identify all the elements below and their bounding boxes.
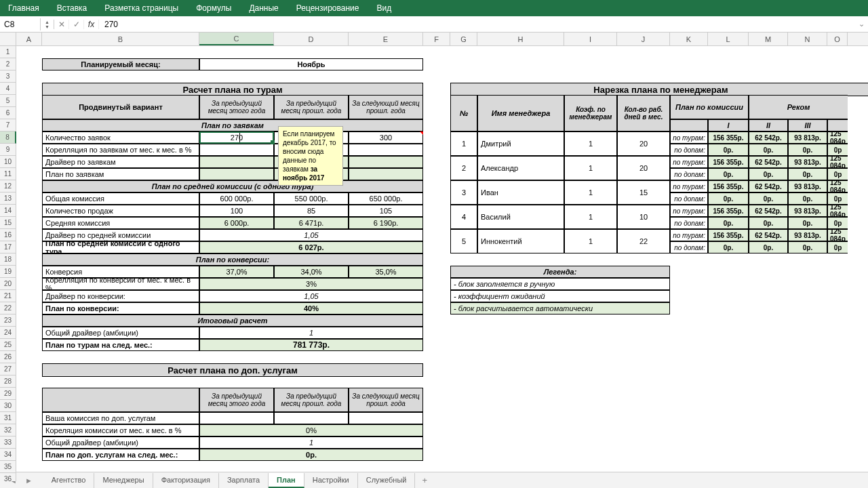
r15-c[interactable]: 6 000р. bbox=[199, 217, 274, 229]
ribbon-tab[interactable]: Формулы bbox=[193, 2, 234, 14]
sheet-tab-Факторизация[interactable]: Факторизация bbox=[153, 473, 219, 482]
col-header-L[interactable]: L bbox=[708, 33, 749, 45]
r10-e[interactable] bbox=[349, 156, 423, 168]
mgr-0-p0[interactable]: 0р. bbox=[708, 144, 749, 156]
mgr-2-bt[interactable]: по турам: bbox=[670, 180, 708, 192]
mgr-2-name[interactable]: Иван bbox=[477, 180, 564, 205]
r31-E[interactable] bbox=[349, 412, 423, 424]
r31-C[interactable] bbox=[199, 412, 274, 424]
r17-label[interactable]: План по средней комиссии с одного тура bbox=[42, 241, 199, 253]
mgr-2-t3[interactable]: 125 084р bbox=[827, 180, 848, 192]
mgr-0-p1[interactable]: 0р. bbox=[749, 144, 788, 156]
r11-c[interactable] bbox=[199, 168, 274, 180]
mgr-4-t0[interactable]: 156 355р. bbox=[708, 229, 749, 241]
row-header-24[interactable]: 24 bbox=[0, 327, 16, 339]
ribbon-tab[interactable]: Данные bbox=[246, 2, 281, 14]
r34-label[interactable]: План по доп. услугам на след. мес.: bbox=[42, 449, 199, 461]
col-header-G[interactable]: G bbox=[450, 33, 477, 45]
mgr-2-p0[interactable]: 0р. bbox=[708, 192, 749, 205]
row-header-30[interactable]: 30 bbox=[0, 400, 16, 412]
mgr-1-t2[interactable]: 93 813р. bbox=[788, 156, 827, 168]
mgr-4-t3[interactable]: 125 084р bbox=[827, 229, 848, 241]
mgr-0-d[interactable]: 20 bbox=[617, 131, 670, 156]
row-header-33[interactable]: 33 bbox=[0, 436, 16, 449]
section-avg[interactable]: План по средней комиссии (с одного тура) bbox=[42, 180, 423, 192]
r16-val[interactable]: 1,05 bbox=[199, 229, 423, 241]
mgr-0-t3[interactable]: 125 084р bbox=[827, 131, 848, 144]
row-header-5[interactable]: 5 bbox=[0, 95, 16, 107]
sheet-tab-Настройки[interactable]: Настройки bbox=[304, 473, 358, 482]
mgr-4-name[interactable]: Иннокентий bbox=[477, 229, 564, 253]
mgr-1-p0[interactable]: 0р. bbox=[708, 168, 749, 180]
row-header-14[interactable]: 14 bbox=[0, 205, 16, 217]
r15-e[interactable]: 6 190р. bbox=[349, 217, 423, 229]
dop-blank[interactable] bbox=[42, 388, 199, 412]
mgr-blank[interactable] bbox=[670, 119, 708, 131]
ribbon-tab[interactable]: Разметка страницы bbox=[102, 2, 181, 14]
r25-val[interactable]: 781 773р. bbox=[199, 339, 423, 351]
r33-label[interactable]: Общий драйвер (амбиции) bbox=[42, 436, 199, 449]
sheet-area[interactable]: ABCDEFGHIJKLMNO 123456789101112131415161… bbox=[0, 33, 868, 481]
row-header-9[interactable]: 9 bbox=[0, 144, 16, 156]
row-header-6[interactable]: 6 bbox=[0, 107, 16, 119]
mgr-0-t1[interactable]: 62 542р. bbox=[749, 131, 788, 144]
r10-label[interactable]: Драйвер по заявкам bbox=[42, 156, 199, 168]
dop-header[interactable]: Расчет плана по доп. услугам bbox=[42, 363, 423, 377]
pcol1[interactable]: За предыдущий месяц этого года bbox=[199, 95, 274, 119]
mgr-3-k[interactable]: 1 bbox=[564, 205, 617, 229]
mgr-4-p1[interactable]: 0р. bbox=[749, 241, 788, 253]
mgr-3-name[interactable]: Василий bbox=[477, 205, 564, 229]
r24-label[interactable]: Общий драйвер (амбиции) bbox=[42, 327, 199, 339]
cancel-icon[interactable]: ✕ bbox=[54, 20, 69, 29]
col-header-K[interactable]: K bbox=[670, 33, 708, 45]
mgr-0-k[interactable]: 1 bbox=[564, 131, 617, 156]
legend-b[interactable]: - коэффициент ожиданий bbox=[450, 290, 670, 302]
tab-nav-next[interactable]: ► bbox=[21, 476, 37, 482]
row-header-3[interactable]: 3 bbox=[0, 70, 16, 83]
mgr-h-plan[interactable]: План по комиссии bbox=[670, 95, 749, 119]
col-header-C[interactable]: C bbox=[199, 33, 274, 45]
mgr-3-p1[interactable]: 0р. bbox=[749, 217, 788, 229]
mgr-4-bd[interactable]: по допам: bbox=[670, 241, 708, 253]
r11-e[interactable] bbox=[349, 168, 423, 180]
mgr-1-d[interactable]: 20 bbox=[617, 156, 670, 180]
r14-label[interactable]: Количество продаж bbox=[42, 205, 199, 217]
mgr-1-bt[interactable]: по турам: bbox=[670, 156, 708, 168]
r8-label[interactable]: Количество заявок bbox=[42, 131, 199, 144]
row-header-16[interactable]: 16 bbox=[0, 229, 16, 241]
r9-label[interactable]: Корелляция по заявкам от мес. к мес. в % bbox=[42, 144, 199, 156]
roman1[interactable]: I bbox=[708, 119, 749, 131]
mgr-2-d[interactable]: 15 bbox=[617, 180, 670, 205]
dop-pc1[interactable]: За предыдущий месяц этого года bbox=[199, 388, 274, 412]
col-header-E[interactable]: E bbox=[349, 33, 423, 45]
col-header-J[interactable]: J bbox=[617, 33, 670, 45]
sheet-tab-Служебный[interactable]: Служебный bbox=[358, 473, 416, 482]
mgr-4-p0[interactable]: 0р. bbox=[708, 241, 749, 253]
r24-val[interactable]: 1 bbox=[199, 327, 423, 339]
ribbon-tab[interactable]: Вид bbox=[374, 2, 394, 14]
r9-c[interactable] bbox=[199, 144, 274, 156]
r8-e[interactable]: 300 bbox=[349, 131, 423, 144]
r22-val[interactable]: 40% bbox=[199, 302, 423, 314]
col-header-N[interactable]: N bbox=[788, 33, 827, 45]
row-header-25[interactable]: 25 bbox=[0, 339, 16, 351]
mgr-h-n[interactable]: № bbox=[450, 95, 477, 131]
col-header-H[interactable]: H bbox=[477, 33, 564, 45]
mgr-4-t1[interactable]: 62 542р. bbox=[749, 229, 788, 241]
r14-d[interactable]: 85 bbox=[274, 205, 349, 217]
row-header-2[interactable]: 2 bbox=[0, 58, 16, 70]
cells-grid[interactable]: Планируемый месяц:НоябрьРасчет плана по … bbox=[16, 46, 868, 481]
col-header-O[interactable]: O bbox=[827, 33, 848, 45]
mgr-4-bt[interactable]: по турам: bbox=[670, 229, 708, 241]
month-value[interactable]: Ноябрь bbox=[199, 58, 423, 70]
mgr-3-p2[interactable]: 0р. bbox=[788, 217, 827, 229]
r13-e[interactable]: 650 000р. bbox=[349, 192, 423, 205]
mgr-2-k[interactable]: 1 bbox=[564, 180, 617, 205]
col-header-M[interactable]: M bbox=[749, 33, 788, 45]
dop-pc3[interactable]: За следующий месяц прошл. года bbox=[349, 388, 423, 412]
mgr-0-p2[interactable]: 0р. bbox=[788, 144, 827, 156]
row-header-31[interactable]: 31 bbox=[0, 412, 16, 424]
ribbon-tab[interactable]: Главная bbox=[5, 2, 42, 14]
advanced-label[interactable]: Продвинутый вариант bbox=[42, 95, 199, 119]
r10-c[interactable] bbox=[199, 156, 274, 168]
